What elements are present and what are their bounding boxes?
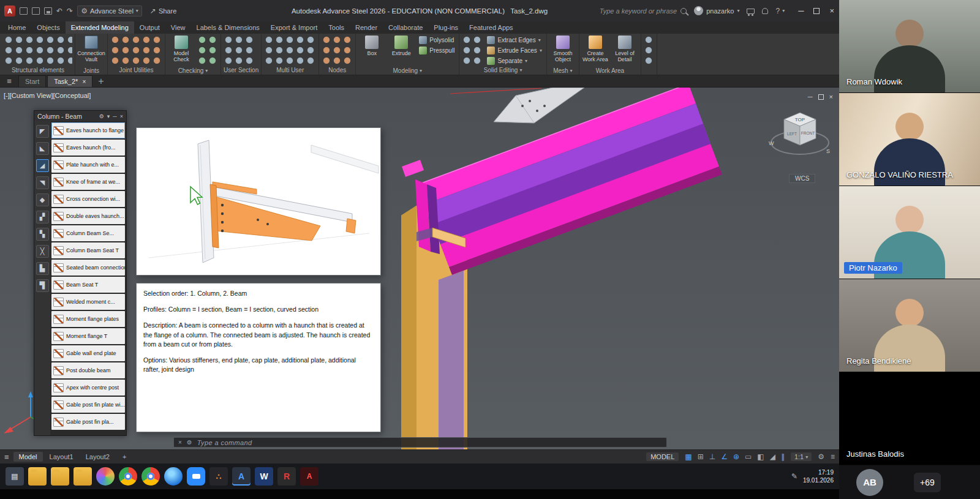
- taskbar-folder-icon-2[interactable]: [51, 467, 69, 486]
- joint-type-item[interactable]: Seated beam connection: [51, 260, 125, 276]
- palette-category-icon[interactable]: ╳: [36, 245, 49, 258]
- taskbar-dots-app-icon[interactable]: ∴: [209, 467, 228, 486]
- palette-category-icon[interactable]: ◤: [36, 125, 49, 138]
- view-cube[interactable]: W S TOP LEFT FRONT: [767, 105, 834, 166]
- palette-category-icon[interactable]: ▚: [36, 228, 49, 241]
- connection-vault-button[interactable]: Connection Vault: [78, 35, 105, 67]
- participant-avatar[interactable]: AB: [856, 469, 883, 496]
- joint-type-item[interactable]: Double eaves haunch...: [51, 208, 125, 224]
- separate-button[interactable]: Separate ▾: [485, 56, 544, 66]
- checking-tools[interactable]: [197, 35, 218, 65]
- ribbon-tab[interactable]: Collaborate: [383, 21, 428, 34]
- extrude-button[interactable]: Extrude: [388, 35, 415, 67]
- maximize-button[interactable]: [813, 8, 820, 14]
- ribbon-tab[interactable]: Home: [2, 21, 31, 34]
- joint-type-item[interactable]: Cross connection wi...: [51, 191, 125, 207]
- customization-gear-icon[interactable]: ⚙: [818, 452, 824, 461]
- grid-icon[interactable]: ▦: [685, 452, 692, 461]
- viewport-restore-icon[interactable]: [818, 94, 824, 100]
- account-menu[interactable]: pnazarko ▾: [694, 6, 739, 15]
- palette-minimize-icon[interactable]: ─: [113, 113, 116, 119]
- taskbar-browser-globe-icon[interactable]: [164, 467, 183, 486]
- viewport-view-controls[interactable]: [-][Custom View][Conceptual]: [4, 92, 91, 99]
- taskbar-advance-steel-icon[interactable]: A: [232, 467, 251, 486]
- search-input[interactable]: Type a keyword or phrase: [600, 7, 687, 15]
- polar-tracking-icon[interactable]: ∠: [721, 452, 728, 461]
- close-button[interactable]: ×: [829, 6, 834, 15]
- search-icon[interactable]: [680, 8, 687, 14]
- taskbar-word-icon[interactable]: W: [255, 467, 273, 486]
- joint-type-item[interactable]: Welded moment c...: [51, 294, 125, 310]
- participant-tile[interactable]: Piotr Nazarko: [839, 186, 980, 279]
- save-icon[interactable]: [44, 7, 52, 15]
- ribbon-tab[interactable]: Tools: [323, 21, 350, 34]
- model-space-toggle[interactable]: MODEL: [646, 452, 679, 461]
- command-customize-icon[interactable]: ⚙: [187, 439, 192, 446]
- extrude-faces-button[interactable]: Extrude Faces ▾: [485, 45, 544, 55]
- layout-tab[interactable]: Layout2: [80, 452, 115, 462]
- taskbar-acrobat-icon[interactable]: A: [300, 467, 318, 486]
- cart-icon[interactable]: [747, 9, 755, 14]
- joint-type-item[interactable]: Eaves haunch (fro...: [51, 140, 125, 156]
- ribbon-tab[interactable]: Extended Modeling: [66, 21, 134, 34]
- new-file-icon[interactable]: [20, 7, 28, 15]
- layout-tab[interactable]: Model: [13, 452, 43, 462]
- solid-editing-tools[interactable]: [462, 35, 483, 65]
- palette-category-icon[interactable]: ◣: [36, 142, 49, 155]
- polysolid-button[interactable]: Polysolid: [417, 35, 456, 45]
- viewport-minimize-icon[interactable]: ─: [808, 93, 813, 100]
- taskbar-chrome-icon-2[interactable]: [141, 467, 160, 486]
- share-button[interactable]: ↗ Share: [150, 7, 176, 15]
- joint-type-item[interactable]: Knee of frame at we...: [51, 174, 125, 190]
- file-tab[interactable]: Task_2* ×: [47, 75, 92, 87]
- joint-type-item[interactable]: Gable post fin pla...: [51, 414, 125, 430]
- participant-tile[interactable]: Justinas Balodis: [839, 372, 980, 465]
- ribbon-tab[interactable]: Labels & Dimensions: [191, 21, 265, 34]
- structural-elements-tools[interactable]: [4, 35, 72, 65]
- ink-pen-icon[interactable]: ✎: [791, 472, 797, 481]
- presspull-button[interactable]: Presspull: [417, 45, 456, 55]
- minimize-button[interactable]: ─: [798, 6, 804, 15]
- close-tab-icon[interactable]: ×: [82, 78, 86, 85]
- multi-user-tools[interactable]: [264, 35, 316, 65]
- command-close-icon[interactable]: ×: [178, 439, 182, 446]
- palette-category-icon[interactable]: ◢: [36, 159, 49, 172]
- ribbon-tab[interactable]: Export & Import: [265, 21, 323, 34]
- selection-cycling-icon[interactable]: ◢: [770, 452, 775, 461]
- ribbon-tab[interactable]: Featured Apps: [464, 21, 519, 34]
- joint-type-item[interactable]: Post double beam: [51, 362, 125, 378]
- help-menu[interactable]: ? ▾: [775, 7, 785, 15]
- model-check-button[interactable]: Model Check: [168, 35, 195, 67]
- ribbon-tab[interactable]: Objects: [31, 21, 65, 34]
- osnap-icon[interactable]: ⊕: [733, 452, 739, 461]
- palette-category-icon[interactable]: ▜: [36, 279, 49, 292]
- joint-type-item[interactable]: Moment flange plates: [51, 311, 125, 327]
- new-layout-button[interactable]: +: [119, 453, 129, 460]
- participant-tile[interactable]: Roman Wdowik: [839, 0, 980, 93]
- taskbar-zoom-icon[interactable]: [187, 467, 205, 486]
- palette-category-icon[interactable]: ◥: [36, 176, 49, 189]
- ribbon-tab[interactable]: View: [165, 21, 191, 34]
- ribbon-tab[interactable]: Render: [350, 21, 383, 34]
- palette-close-icon[interactable]: ×: [120, 113, 123, 119]
- joint-utilities-tools[interactable]: [110, 35, 162, 65]
- palette-header[interactable]: Column - Beam ⚙ ▾ ─ ×: [34, 111, 126, 121]
- joint-type-item[interactable]: Eaves haunch to flange: [51, 122, 125, 138]
- ribbon-tab[interactable]: Output: [134, 21, 165, 34]
- status-menu-icon[interactable]: ≡: [4, 452, 9, 462]
- extract-edges-button[interactable]: Extract Edges ▾: [485, 35, 544, 45]
- joint-type-item[interactable]: Gable wall end plate: [51, 345, 125, 361]
- units-icon[interactable]: ∥: [781, 452, 785, 461]
- annotation-scale-control[interactable]: 1:1 ▾: [791, 452, 812, 461]
- joint-type-item[interactable]: Column Beam Se...: [51, 225, 125, 241]
- new-tab-button[interactable]: +: [94, 76, 108, 87]
- layout-tab[interactable]: Layout1: [44, 452, 79, 462]
- palette-category-icon[interactable]: ◆: [36, 193, 49, 206]
- participant-tile[interactable]: Regita Bendikienė: [839, 279, 980, 372]
- drawing-viewport[interactable]: [-][Custom View][Conceptual] ─ × W S TOP…: [0, 88, 839, 449]
- notification-bell-icon[interactable]: [762, 8, 768, 14]
- redo-icon[interactable]: ↷: [67, 7, 73, 15]
- taskbar-folder-icon[interactable]: [28, 467, 47, 486]
- joint-type-item[interactable]: Apex with centre post: [51, 380, 125, 396]
- snap-icon[interactable]: ⊞: [698, 452, 704, 461]
